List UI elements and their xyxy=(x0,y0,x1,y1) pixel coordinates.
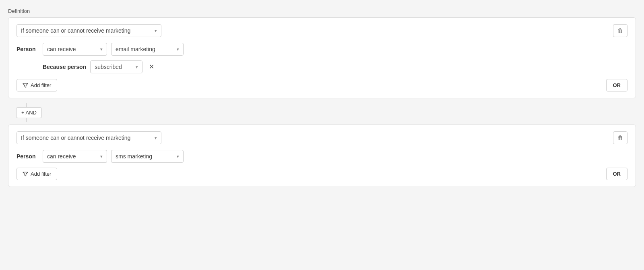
and-connector: + AND xyxy=(16,103,636,122)
main-select-1-chevron-icon: ▾ xyxy=(155,28,157,33)
receive-select-2-chevron-icon: ▾ xyxy=(100,154,103,159)
person-label-1: Person xyxy=(17,46,39,52)
because-label-1: Because person xyxy=(43,64,86,70)
receive-select-1-value: can receive xyxy=(47,46,76,52)
condition-card-1: If someone can or cannot receive marketi… xyxy=(8,17,636,98)
add-filter-label-1: Add filter xyxy=(31,82,51,88)
or-button-1[interactable]: OR xyxy=(606,79,628,91)
or-label-2: OR xyxy=(613,171,621,177)
receive-select-1[interactable]: can receive ▾ xyxy=(43,43,107,56)
add-filter-button-2[interactable]: Add filter xyxy=(17,168,57,180)
and-line-top xyxy=(26,103,27,107)
trash-icon-1: 🗑 xyxy=(617,27,623,34)
receive-select-1-chevron-icon: ▾ xyxy=(100,47,103,52)
main-select-2-chevron-icon: ▾ xyxy=(155,135,157,141)
marketing-select-1-chevron-icon: ▾ xyxy=(177,47,179,52)
main-select-1-value: If someone can or cannot receive marketi… xyxy=(21,27,130,34)
and-label: + AND xyxy=(21,110,37,116)
marketing-select-2[interactable]: sms marketing ▾ xyxy=(111,150,184,163)
and-line-bottom xyxy=(26,118,27,122)
trash-icon-2: 🗑 xyxy=(617,135,623,141)
definition-label: Definition xyxy=(8,8,636,14)
filter-icon-2 xyxy=(23,171,28,177)
delete-card-2-button[interactable]: 🗑 xyxy=(613,131,627,144)
filter-icon-1 xyxy=(23,83,28,88)
subscribed-select-1-value: subscribed xyxy=(95,64,122,70)
or-button-2[interactable]: OR xyxy=(606,168,628,180)
delete-card-1-button[interactable]: 🗑 xyxy=(613,24,627,37)
marketing-select-2-chevron-icon: ▾ xyxy=(177,154,179,159)
main-select-2[interactable]: If someone can or cannot receive marketi… xyxy=(17,131,161,144)
person-label-2: Person xyxy=(17,153,39,160)
receive-select-2-value: can receive xyxy=(47,153,76,160)
condition-card-2: If someone can or cannot receive marketi… xyxy=(8,125,636,187)
or-label-1: OR xyxy=(613,82,621,88)
marketing-select-2-value: sms marketing xyxy=(116,153,152,160)
marketing-select-1-value: email marketing xyxy=(116,46,155,52)
main-select-2-value: If someone can or cannot receive marketi… xyxy=(21,135,130,141)
close-icon-1: ✕ xyxy=(149,63,154,70)
main-select-1[interactable]: If someone can or cannot receive marketi… xyxy=(17,24,161,37)
add-filter-label-2: Add filter xyxy=(31,171,51,177)
subscribed-select-1-chevron-icon: ▾ xyxy=(136,64,138,70)
marketing-select-1[interactable]: email marketing ▾ xyxy=(111,43,184,56)
subscribed-select-1[interactable]: subscribed ▾ xyxy=(90,60,142,73)
remove-subscribed-button-1[interactable]: ✕ xyxy=(147,63,157,71)
add-filter-button-1[interactable]: Add filter xyxy=(17,79,57,91)
receive-select-2[interactable]: can receive ▾ xyxy=(43,150,107,163)
and-button[interactable]: + AND xyxy=(16,107,42,118)
